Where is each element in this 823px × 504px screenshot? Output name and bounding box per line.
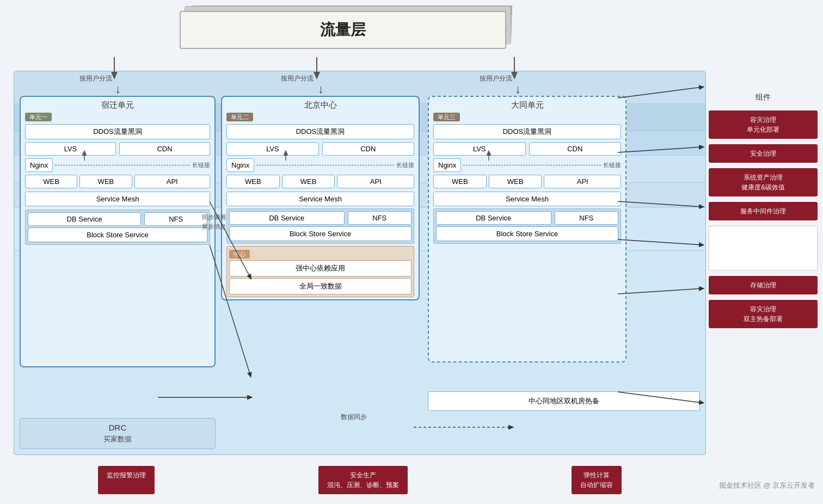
unit3-title: 大同单元	[429, 97, 625, 112]
right-badge-1: 安全治理	[709, 144, 818, 163]
unit2-nfs: NFS	[348, 211, 412, 225]
unit2-title: 北京中心	[222, 97, 419, 112]
unit1-cdn: CDN	[119, 142, 210, 156]
unit1-api: API	[134, 175, 210, 188]
unit2-strong-center: 强中心依赖应用	[229, 260, 412, 276]
unit3-api: API	[544, 175, 621, 188]
watermark: 掘金技术社区 @ 京东云开发者	[719, 481, 815, 490]
bottom-badge-2: 弹性计算 自动扩缩容	[572, 466, 622, 494]
unit1-nfs: NFS	[144, 212, 207, 226]
right-panel: 组件 容灾治理 单元化部署 安全治理 系统资产治理 健康度&碳效值 服务中间件治…	[709, 71, 818, 328]
arrow-down-3: ↓	[515, 82, 521, 96]
bottom-badge-1: 安全生产 混沌、压测、诊断、预案	[318, 466, 408, 494]
main-container: 流量层 按用户分流 按用户分流 按用户分流 ↓ ↓ ↓ 宿迁单元	[0, 0, 823, 504]
flow-label-3: 按用户分流	[480, 74, 512, 83]
right-badge-5: 容灾治理 双主热备部署	[709, 300, 818, 328]
traffic-layer-box: 流量层	[180, 11, 506, 49]
right-badge-0: 容灾治理 单元化部署	[709, 110, 818, 139]
sync-label: 同步调用 异步消息	[202, 213, 226, 231]
unit2-long-chain: 长链接	[396, 161, 414, 169]
unit1-service-mesh: Service Mesh	[25, 192, 210, 206]
right-spacer	[709, 226, 818, 271]
right-badge-3: 服务中间件治理	[709, 202, 818, 220]
unit3-block-store: Block Store Service	[436, 226, 618, 241]
unit3-service-mesh: Service Mesh	[433, 192, 621, 206]
unit1-ddos: DDOS流量黑洞	[25, 124, 210, 139]
unit1-web2: WEB	[79, 175, 132, 188]
unit3-long-chain: 长链接	[603, 161, 621, 169]
unit1-db: DB Service	[28, 212, 141, 226]
drc-label: DRC	[27, 423, 208, 432]
unit2-badge: 单元二	[226, 113, 253, 121]
arrow-down-1: ↓	[115, 82, 121, 96]
unit2-web1: WEB	[226, 175, 280, 188]
unit2-cdn: CDN	[322, 142, 415, 156]
drc-section: DRC 买家数据	[20, 418, 216, 449]
unit2-center-badge: 中心	[229, 250, 250, 259]
unit3-ddos: DDOS流量黑洞	[433, 124, 621, 139]
unit1-block-store: Block Store Service	[28, 228, 207, 242]
buyer-data-label: 买家数据	[27, 434, 208, 444]
hot-backup-box: 中心同地区双机房热备	[428, 391, 700, 411]
unit3-web1: WEB	[433, 175, 487, 188]
unit2-box: 北京中心 单元二 DDOS流量黑洞 LVS CDN Nginx 长链接 WEB …	[221, 96, 420, 300]
arrow-down-2: ↓	[318, 82, 324, 96]
component-label: 组件	[709, 71, 818, 105]
right-badge-2: 系统资产治理 健康度&碳效值	[709, 168, 818, 196]
unit1-web1: WEB	[25, 175, 77, 188]
unit2-api: API	[337, 175, 414, 188]
unit1-title: 宿迁单元	[21, 97, 214, 112]
unit3-nfs: NFS	[555, 211, 618, 225]
unit3-lvs: LVS	[433, 142, 526, 156]
unit2-ddos: DDOS流量黑洞	[226, 124, 414, 139]
unit2-lvs: LVS	[226, 142, 319, 156]
unit1-lvs: LVS	[25, 142, 116, 156]
unit1-box: 宿迁单元 单元一 DDOS流量黑洞 LVS CDN Nginx 长链接	[20, 96, 216, 367]
bottom-badges: 监控报警治理 安全生产 混沌、压测、诊断、预案 弹性计算 自动扩缩容	[16, 466, 703, 494]
traffic-layer-title: 流量层	[320, 21, 366, 38]
traffic-layer: 流量层	[44, 11, 642, 49]
unit2-block-store: Block Store Service	[229, 226, 412, 241]
unit1-nginx: Nginx	[25, 158, 53, 172]
data-sync-label: 数据同步	[341, 413, 367, 422]
unit2-global-data: 全局一致数据	[229, 278, 412, 294]
right-badge-4: 存储治理	[709, 276, 818, 294]
unit2-web2: WEB	[282, 175, 335, 188]
unit1-long-chain: 长链接	[192, 161, 210, 169]
unit3-badge: 单元三	[433, 113, 460, 121]
unit3-nginx: Nginx	[433, 158, 461, 172]
flow-label-1: 按用户分流	[79, 74, 112, 83]
main-content-area: 按用户分流 按用户分流 按用户分流 ↓ ↓ ↓ 宿迁单元 单元一 DDOS流量黑…	[14, 71, 706, 455]
flow-label-2: 按用户分流	[281, 74, 314, 83]
bottom-badge-0: 监控报警治理	[98, 466, 155, 494]
unit1-badge: 单元一	[25, 113, 52, 121]
unit2-db: DB Service	[229, 211, 345, 225]
unit3-db: DB Service	[436, 211, 551, 225]
unit3-box: 大同单元 单元三 DDOS流量黑洞 LVS CDN Nginx 长链接 WEB …	[428, 96, 627, 362]
unit3-web2: WEB	[489, 175, 542, 188]
unit2-service-mesh: Service Mesh	[226, 192, 414, 206]
unit2-nginx: Nginx	[226, 158, 254, 172]
unit3-cdn: CDN	[529, 142, 622, 156]
